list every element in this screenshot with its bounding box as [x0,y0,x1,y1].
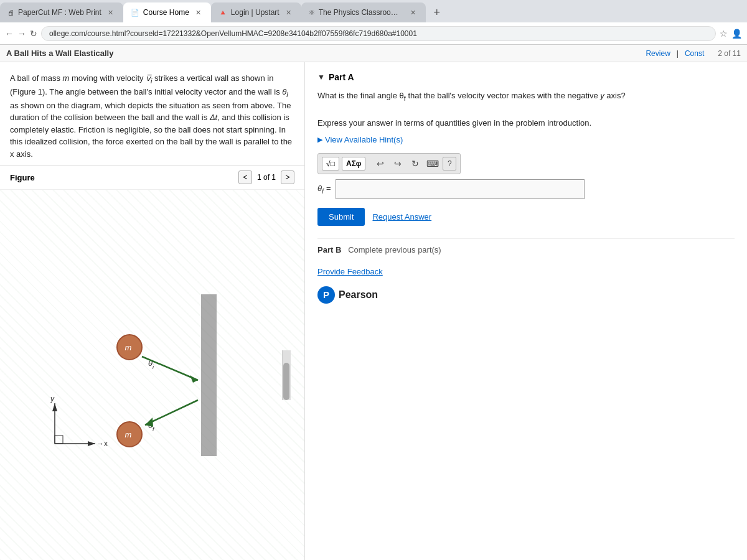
svg-marker-12 [52,403,57,411]
answer-toolbar: √□ ΑΣφ ↩ ↪ ↻ ⌨ ? [317,153,461,174]
hint-toggle[interactable]: ▶ View Available Hint(s) [317,135,735,144]
refresh-answer-button[interactable]: ↻ [408,156,423,171]
url-bar[interactable]: ollege.com/course.html?courseld=17221332… [41,26,716,41]
part-a-header[interactable]: ▼ Part A [317,72,735,82]
tab-papercut-label: PaperCut MF : Web Print [18,8,101,17]
review-link[interactable]: Review [646,49,670,58]
figure-diagram: m θi m [14,276,282,475]
refresh-icon[interactable]: ↻ [30,29,37,39]
bookmark-icon[interactable]: ☆ [720,29,728,39]
svg-line-9 [145,400,198,425]
submit-row: Submit Request Answer [317,208,735,226]
request-answer-link[interactable]: Request Answer [372,212,431,222]
svg-marker-10 [145,418,153,427]
svg-text:m: m [125,430,131,439]
pearson-label: Pearson [339,289,378,301]
left-panel: A ball of mass m moving with velocity v̅… [0,62,305,560]
figure-svg-area: m θi m [0,190,304,560]
figure-page: 1 of 1 [257,173,276,182]
keyboard-button[interactable]: ⌨ [425,156,440,171]
svg-text:y: y [50,394,55,403]
back-icon[interactable]: ← [5,29,14,39]
svg-line-4 [142,357,198,380]
tab-papercut[interactable]: 🖨 PaperCut MF : Web Print ✕ [0,2,123,22]
figure-scrollbar[interactable] [282,350,291,400]
svg-text:m: m [125,343,131,352]
tab-coursehome[interactable]: 📄 Course Home ✕ [123,2,211,22]
page-title: A Ball Hits a Wall Elastically [6,49,113,58]
sigma-button[interactable]: ΑΣφ [342,157,365,170]
help-button[interactable]: ? [443,157,456,170]
tab-login-label: Login | Upstart [231,8,280,17]
figure-prev-button[interactable]: < [238,170,252,184]
forward-icon[interactable]: → [17,29,26,39]
figure-next-button[interactable]: > [281,170,294,184]
figure-header: Figure < 1 of 1 > [0,166,304,190]
tab-coursehome-close[interactable]: ✕ [193,7,204,18]
hint-label: View Available Hint(s) [325,135,403,144]
tab-bar: 🖨 PaperCut MF : Web Print ✕ 📄 Course Hom… [0,0,747,22]
problem-text: A ball of mass m moving with velocity v̅… [0,62,304,166]
tab-login[interactable]: 🔺 Login | Upstart ✕ [211,2,301,22]
svg-marker-15 [88,441,95,446]
tab-login-close[interactable]: ✕ [283,7,294,18]
answer-prefix-label: θf = [317,184,331,195]
svg-rect-17 [55,436,63,444]
part-a-title: Part A [329,72,354,82]
physics-icon: ⚛ [309,9,315,17]
problem-paragraph: A ball of mass m moving with velocity v̅… [10,72,294,160]
tab-physics[interactable]: ⚛ The Physics Classroom Web... ✕ [301,2,426,22]
part-a-question: What is the final angle θf that the ball… [317,90,735,130]
submit-button[interactable]: Submit [317,208,365,226]
svg-rect-0 [201,294,217,456]
answer-row: θf = [317,179,735,199]
papercut-icon: 🖨 [7,9,14,16]
page-content: A Ball Hits a Wall Elastically Review | … [0,45,747,560]
pearson-logo: P Pearson [317,286,735,304]
browser-window: 🖨 PaperCut MF : Web Print ✕ 📄 Course Hom… [0,0,747,560]
main-layout: A ball of mass m moving with velocity v̅… [0,62,747,560]
answer-input[interactable] [336,179,585,199]
part-b-label: Part B [317,245,341,254]
page-number: 2 of 11 [718,49,741,58]
svg-text:→x: →x [96,439,108,448]
tab-physics-close[interactable]: ✕ [408,7,418,18]
tab-physics-label: The Physics Classroom Web... [319,8,404,17]
feedback-link[interactable]: Provide Feedback [317,267,735,276]
tab-coursehome-label: Course Home [143,8,189,17]
page-topbar: A Ball Hits a Wall Elastically Review | … [0,45,747,62]
coursehome-icon: 📄 [131,9,139,17]
figure-scrollbar-thumb[interactable] [283,363,289,400]
topbar-right: Review | Const 2 of 11 [646,49,741,58]
new-tab-button[interactable]: + [428,4,446,21]
redo-button[interactable]: ↪ [390,156,405,171]
hint-arrow-icon: ▶ [317,136,322,144]
address-bar: ← → ↻ ollege.com/course.html?courseld=17… [0,22,747,45]
sqrt-button[interactable]: √□ [322,157,339,170]
pearson-p-icon: P [317,286,335,304]
tab-papercut-close[interactable]: ✕ [105,7,116,18]
part-b-text: Complete previous part(s) [348,245,441,254]
part-b-section: Part B Complete previous part(s) [317,238,735,254]
account-icon[interactable]: 👤 [731,29,742,39]
figure-nav: < 1 of 1 > [238,170,294,184]
figure-label: Figure [10,173,35,182]
part-a-arrow: ▼ [317,73,325,82]
login-icon: 🔺 [218,9,227,17]
right-panel: ▼ Part A What is the final angle θf that… [305,62,747,560]
const-link[interactable]: Const [685,49,704,58]
undo-button[interactable]: ↩ [373,156,388,171]
figure-area: Figure < 1 of 1 > [0,166,304,560]
